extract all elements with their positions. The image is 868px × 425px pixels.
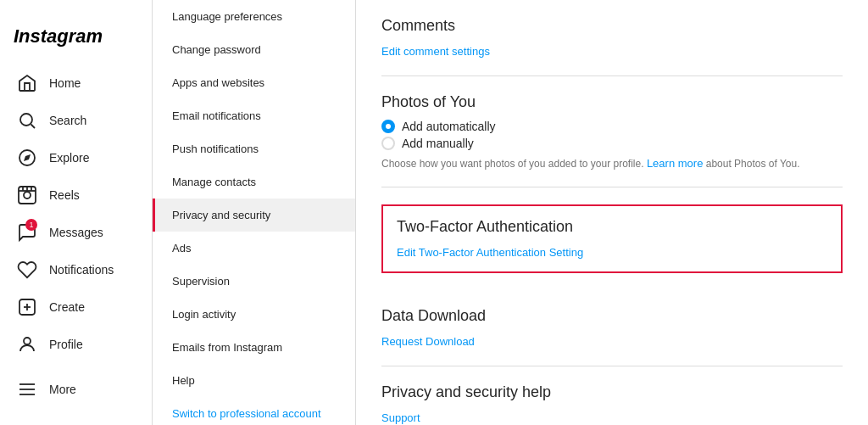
nav-label-notifications: Notifications <box>49 263 114 277</box>
comments-title: Comments <box>381 17 843 35</box>
photos-helper-text: Choose how you want photos of you added … <box>381 157 843 170</box>
nav-item-create[interactable]: Create <box>3 288 148 326</box>
svg-point-13 <box>24 338 31 344</box>
home-icon <box>17 73 37 93</box>
profile-icon <box>17 334 37 355</box>
add-manual-radio[interactable] <box>381 137 395 150</box>
two-factor-section-wrapper: Two-Factor Authentication Edit Two-Facto… <box>381 187 843 290</box>
nav-item-search[interactable]: Search <box>3 102 148 139</box>
settings-item-push-notifications[interactable]: Push notifications <box>153 132 355 165</box>
data-download-title: Data Download <box>381 307 843 325</box>
nav-label-messages: Messages <box>49 226 103 239</box>
svg-point-0 <box>20 114 32 126</box>
nav-label-reels: Reels <box>49 188 80 202</box>
settings-item-emails-instagram[interactable]: Emails from Instagram <box>153 331 355 364</box>
edit-two-factor-link[interactable]: Edit Two-Factor Authentication Setting <box>397 246 583 259</box>
explore-icon <box>17 148 37 168</box>
settings-item-ads[interactable]: Ads <box>153 232 355 265</box>
two-factor-title: Two-Factor Authentication <box>397 218 827 236</box>
nav-label-create: Create <box>49 300 85 314</box>
nav-label-home: Home <box>49 76 81 90</box>
support-link[interactable]: Support <box>381 411 420 424</box>
add-manual-label: Add manually <box>402 137 474 150</box>
photos-of-you-section: Photos of You Add automatically Add manu… <box>381 76 843 187</box>
edit-comment-settings-link[interactable]: Edit comment settings <box>381 45 490 58</box>
svg-line-1 <box>31 125 36 129</box>
nav-item-notifications[interactable]: Notifications <box>3 251 148 288</box>
settings-item-help[interactable]: Help <box>153 364 355 397</box>
privacy-help-title: Privacy and security help <box>381 383 843 401</box>
photos-radio-group: Add automatically Add manually <box>381 120 843 150</box>
add-automatically-option[interactable]: Add automatically <box>381 120 843 133</box>
add-manually-option[interactable]: Add manually <box>381 137 843 150</box>
nav-label-more: More <box>49 383 76 396</box>
comments-section: Comments Edit comment settings <box>381 0 843 76</box>
data-download-section: Data Download Request Download <box>381 290 843 366</box>
svg-marker-3 <box>24 154 31 161</box>
app-logo: Instagram <box>0 17 152 64</box>
hamburger-icon <box>17 379 37 400</box>
settings-item-email-notifications[interactable]: Email notifications <box>153 99 355 132</box>
settings-item-switch-professional[interactable]: Switch to professional account <box>153 397 355 425</box>
settings-item-language[interactable]: Language preferences <box>153 0 355 33</box>
messages-badge: 1 <box>25 219 37 231</box>
settings-item-manage-contacts[interactable]: Manage contacts <box>153 165 355 199</box>
two-factor-red-box: Two-Factor Authentication Edit Two-Facto… <box>381 204 843 273</box>
nav-label-search: Search <box>49 114 86 127</box>
nav-item-messages[interactable]: Messages 1 <box>3 214 148 251</box>
svg-point-5 <box>24 192 31 199</box>
search-icon <box>17 110 37 131</box>
nav-item-more[interactable]: More <box>3 371 148 408</box>
main-content: Comments Edit comment settings Photos of… <box>356 0 868 425</box>
nav-label-profile: Profile <box>49 338 83 351</box>
nav-item-reels[interactable]: Reels <box>3 176 148 214</box>
nav-item-profile[interactable]: Profile <box>3 326 148 363</box>
settings-item-change-password[interactable]: Change password <box>153 33 355 66</box>
heart-icon <box>17 260 37 280</box>
settings-item-supervision[interactable]: Supervision <box>153 265 355 298</box>
nav-item-explore[interactable]: Explore <box>3 139 148 176</box>
reels-icon <box>17 185 37 205</box>
settings-menu: Language preferences Change password App… <box>153 0 356 425</box>
privacy-help-section: Privacy and security help Support <box>381 366 843 425</box>
settings-item-apps-websites[interactable]: Apps and websites <box>153 66 355 99</box>
settings-item-privacy-security[interactable]: Privacy and security <box>153 199 355 232</box>
nav-label-explore: Explore <box>49 151 89 165</box>
photos-of-you-title: Photos of You <box>381 93 843 111</box>
left-navigation: Instagram Home Search Explore <box>0 0 153 425</box>
request-download-link[interactable]: Request Download <box>381 335 475 348</box>
nav-item-home[interactable]: Home <box>3 64 148 102</box>
learn-more-link[interactable]: Learn more <box>647 157 703 170</box>
settings-item-login-activity[interactable]: Login activity <box>153 298 355 331</box>
add-auto-label: Add automatically <box>402 120 496 133</box>
add-auto-radio[interactable] <box>381 120 395 133</box>
create-icon <box>17 297 37 317</box>
